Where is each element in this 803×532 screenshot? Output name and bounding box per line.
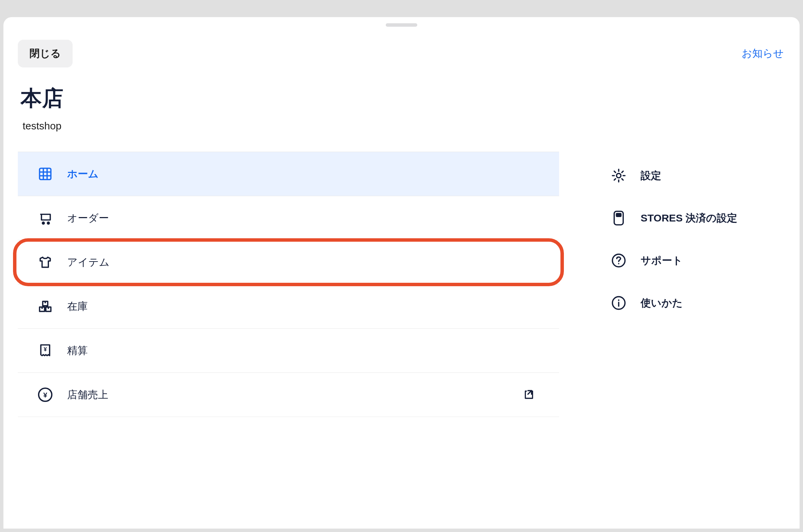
- menu-item-item[interactable]: アイテム: [18, 240, 559, 284]
- header-row: 閉じる お知らせ: [3, 27, 800, 84]
- terminal-icon: [610, 210, 627, 226]
- menu-label: オーダー: [67, 211, 109, 225]
- menu-item-order[interactable]: オーダー: [18, 196, 559, 240]
- side-label: STORES 決済の設定: [641, 211, 737, 225]
- menu-item-settlement[interactable]: ¥ 精算: [18, 329, 559, 373]
- side-label: 設定: [641, 169, 661, 183]
- yen-circle-icon: ¥: [37, 387, 53, 403]
- close-button[interactable]: 閉じる: [18, 40, 73, 67]
- grid-icon: [37, 166, 53, 182]
- svg-point-23: [618, 300, 619, 301]
- svg-point-21: [618, 263, 619, 264]
- svg-rect-0: [40, 168, 51, 180]
- help-icon: [610, 252, 627, 269]
- side-menu: 設定 STORES 決済の設定: [607, 152, 785, 417]
- side-item-howto[interactable]: 使いかた: [607, 282, 785, 324]
- page-subtitle: testshop: [21, 120, 782, 132]
- content-area: ホーム オーダー: [3, 152, 800, 417]
- notifications-link[interactable]: お知らせ: [740, 44, 785, 63]
- menu-item-store-sales[interactable]: ¥ 店舗売上: [18, 373, 559, 417]
- menu-label: ホーム: [67, 167, 99, 181]
- menu-label: 店舗売上: [67, 388, 108, 402]
- menu-label: 在庫: [67, 300, 88, 314]
- side-item-support[interactable]: サポート: [607, 239, 785, 282]
- cart-icon: [37, 210, 53, 226]
- menu-label: アイテム: [67, 255, 110, 269]
- svg-text:¥: ¥: [44, 346, 47, 352]
- title-section: 本店 testshop: [3, 84, 800, 152]
- gear-icon: [610, 167, 627, 184]
- svg-text:¥: ¥: [43, 391, 47, 399]
- svg-point-6: [47, 222, 49, 224]
- menu-item-stock[interactable]: 在庫: [18, 284, 559, 329]
- svg-point-17: [617, 174, 621, 178]
- info-icon: [610, 295, 627, 311]
- shirt-icon: [37, 254, 53, 270]
- side-label: 使いかた: [641, 296, 683, 310]
- main-menu: ホーム オーダー: [18, 152, 559, 417]
- drag-handle[interactable]: [386, 23, 417, 27]
- page-title: 本店: [21, 84, 782, 113]
- boxes-icon: [37, 298, 53, 315]
- svg-point-5: [42, 222, 45, 224]
- sheet-panel: 閉じる お知らせ 本店 testshop ホーム: [3, 17, 800, 529]
- receipt-icon: ¥: [37, 342, 53, 359]
- external-link-icon: [521, 387, 537, 403]
- svg-rect-19: [616, 214, 621, 216]
- menu-item-home[interactable]: ホーム: [18, 152, 559, 196]
- side-label: サポート: [641, 254, 683, 268]
- side-item-settings[interactable]: 設定: [607, 154, 785, 197]
- side-item-stores-payment[interactable]: STORES 決済の設定: [607, 197, 785, 239]
- menu-label: 精算: [67, 344, 88, 358]
